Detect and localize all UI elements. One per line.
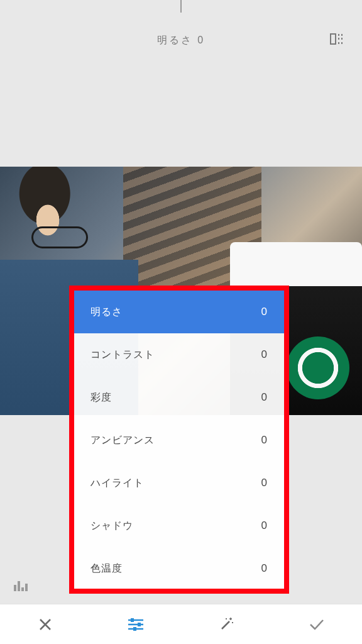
svg-rect-1 (338, 34, 339, 36)
auto-button[interactable] (207, 606, 245, 643)
adjustment-label: シャドウ (90, 519, 133, 533)
cancel-button[interactable] (26, 606, 64, 643)
photo-detail (31, 226, 88, 248)
check-icon (308, 617, 326, 632)
adjustment-label: アンビアンス (90, 434, 155, 447)
compare-icon (329, 31, 345, 47)
svg-rect-2 (338, 38, 339, 40)
close-icon (38, 617, 53, 632)
current-adjustment-label: 明るさ (157, 35, 193, 45)
adjustment-highlights[interactable]: ハイライト 0 (74, 462, 284, 504)
adjustment-warmth[interactable]: 色温度 0 (74, 547, 284, 590)
adjustment-ambiance[interactable]: アンビアンス 0 (74, 419, 284, 462)
svg-rect-6 (341, 42, 343, 44)
svg-rect-16 (133, 627, 136, 631)
status-bar-notch (180, 0, 182, 13)
adjustment-contrast[interactable]: コントラスト 0 (74, 333, 284, 376)
svg-rect-4 (341, 34, 343, 36)
svg-rect-12 (131, 618, 134, 622)
adjustment-shadows[interactable]: シャドウ 0 (74, 504, 284, 547)
compare-button[interactable] (326, 28, 348, 50)
adjustment-saturation[interactable]: 彩度 0 (74, 376, 284, 419)
adjustment-label: コントラスト (90, 348, 155, 362)
svg-rect-14 (138, 623, 141, 626)
adjustment-value: 0 (261, 519, 268, 532)
adjustment-value: 0 (261, 348, 268, 361)
tune-button[interactable] (117, 606, 155, 643)
adjustment-label: ハイライト (90, 477, 144, 490)
current-adjustment-value: 0 (197, 35, 205, 45)
histogram-icon (13, 579, 30, 591)
confirm-button[interactable] (298, 606, 336, 643)
bottom-toolbar (0, 604, 362, 644)
adjustment-value: 0 (261, 391, 268, 404)
adjustment-value: 0 (261, 306, 268, 318)
sliders-icon (127, 617, 145, 632)
adjustment-value: 0 (261, 477, 268, 489)
adjustment-value: 0 (261, 434, 268, 447)
histogram-button[interactable] (10, 574, 33, 596)
magic-wand-icon (218, 616, 234, 633)
svg-rect-8 (18, 581, 20, 591)
svg-rect-7 (14, 585, 16, 591)
adjustment-panel: 明るさ 0 コントラスト 0 彩度 0 アンビアンス 0 ハイライト 0 シャド… (74, 291, 284, 590)
svg-rect-0 (331, 34, 336, 44)
adjustment-value: 0 (261, 562, 268, 575)
adjustment-label: 色温度 (90, 562, 123, 575)
svg-rect-5 (341, 38, 343, 40)
svg-rect-3 (338, 42, 339, 44)
header: 明るさ 0 (0, 28, 362, 53)
adjustment-brightness[interactable]: 明るさ 0 (74, 291, 284, 333)
svg-rect-9 (21, 587, 24, 591)
adjustment-label: 明るさ (90, 306, 123, 319)
svg-rect-10 (25, 584, 28, 591)
adjustment-label: 彩度 (90, 391, 112, 404)
header-title: 明るさ 0 (157, 34, 205, 47)
